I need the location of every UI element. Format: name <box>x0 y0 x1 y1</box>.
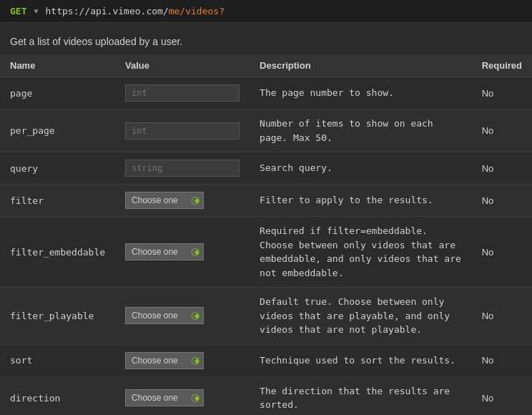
param-name-cell: page <box>0 77 115 109</box>
param-name: filter <box>10 195 44 206</box>
param-description: Number of items to show on each page. Ma… <box>260 118 433 143</box>
param-name-cell: per_page <box>0 109 115 152</box>
param-name-cell: filter_playable <box>0 288 115 345</box>
param-required: No <box>482 88 494 99</box>
param-name: sort <box>10 355 32 366</box>
param-required-cell: No <box>472 185 532 217</box>
param-required: No <box>482 163 494 174</box>
top-bar: GET ▼ https://api.vimeo.com/me/videos? <box>0 0 532 23</box>
param-required: No <box>482 195 494 206</box>
param-name: query <box>10 163 38 174</box>
param-input-query[interactable] <box>125 160 240 177</box>
param-required-cell: No <box>472 217 532 288</box>
param-required-cell: No <box>472 152 532 185</box>
param-description: Filter to apply to the results. <box>260 195 433 205</box>
param-name: page <box>10 88 32 99</box>
param-input-page[interactable] <box>125 84 240 102</box>
param-description: Required if filter=embeddable. Choose be… <box>260 225 461 278</box>
param-value-cell[interactable]: Choose one◆ <box>115 288 250 345</box>
param-name: filter_embeddable <box>10 247 105 258</box>
col-header-description: Description <box>250 54 472 77</box>
param-name: filter_playable <box>10 311 94 321</box>
param-required-cell: No <box>472 376 532 415</box>
param-required: No <box>482 311 494 321</box>
param-required: No <box>482 247 494 258</box>
select-wrapper: Choose one◆ <box>125 192 204 209</box>
param-name-cell: direction <box>0 376 115 415</box>
param-description: The direction that the results are sorte… <box>260 386 450 411</box>
param-required-cell: No <box>472 109 532 152</box>
param-description-cell: Technique used to sort the results. <box>250 344 472 376</box>
param-description: Technique used to sort the results. <box>260 355 455 366</box>
param-value-cell[interactable] <box>115 109 250 152</box>
param-required: No <box>482 393 494 404</box>
param-description-cell: Number of items to show on each page. Ma… <box>250 109 472 152</box>
param-select-filter_embeddable[interactable]: Choose one <box>125 243 204 260</box>
params-table: Name Value Description Required pageThe … <box>0 54 532 415</box>
select-wrapper: Choose one◆ <box>125 352 204 369</box>
param-value-cell[interactable]: Choose one◆ <box>115 376 250 415</box>
param-required: No <box>482 355 494 366</box>
param-required-cell: No <box>472 344 532 376</box>
param-input-per_page[interactable] <box>125 122 240 140</box>
param-description: Search query. <box>260 162 332 173</box>
param-name: direction <box>10 393 60 404</box>
url-highlight: me/videos? <box>169 6 225 16</box>
param-description-cell: Search query. <box>250 152 472 185</box>
col-header-value: Value <box>115 54 250 77</box>
table-row: filterChoose one◆Filter to apply to the … <box>0 185 532 217</box>
param-description-cell: Default true. Choose between only videos… <box>250 288 472 345</box>
select-wrapper: Choose one◆ <box>125 389 204 406</box>
param-value-cell[interactable]: Choose one◆ <box>115 344 250 376</box>
table-row: filter_playableChoose one◆Default true. … <box>0 288 532 345</box>
param-name-cell: query <box>0 152 115 185</box>
table-row: per_pageNumber of items to show on each … <box>0 109 532 152</box>
http-method: GET <box>10 6 26 16</box>
param-name-cell: filter <box>0 185 115 217</box>
param-required-cell: No <box>472 77 532 109</box>
param-name-cell: sort <box>0 344 115 376</box>
url-base: https://api.vimeo.com/ <box>46 6 169 16</box>
param-name: per_page <box>10 125 55 136</box>
param-value-cell[interactable] <box>115 152 250 185</box>
param-required: No <box>482 125 494 136</box>
table-row: querySearch query.No <box>0 152 532 185</box>
table-row: pageThe page number to show.No <box>0 77 532 109</box>
param-description: Default true. Choose between only videos… <box>260 296 450 335</box>
method-dropdown-arrow[interactable]: ▼ <box>34 7 38 15</box>
table-row: filter_embeddableChoose one◆Required if … <box>0 217 532 288</box>
page-description: Get a list of videos uploaded by a user. <box>0 23 532 54</box>
table-row: sortChoose one◆Technique used to sort th… <box>0 344 532 376</box>
param-name-cell: filter_embeddable <box>0 217 115 288</box>
param-value-cell[interactable] <box>115 77 250 109</box>
param-description-cell: The direction that the results are sorte… <box>250 376 472 415</box>
param-value-cell[interactable]: Choose one◆ <box>115 217 250 288</box>
param-select-filter_playable[interactable]: Choose one <box>125 307 204 324</box>
param-select-direction[interactable]: Choose one <box>125 389 204 406</box>
param-description-cell: The page number to show. <box>250 77 472 109</box>
table-header-row: Name Value Description Required <box>0 54 532 77</box>
col-header-required: Required <box>472 54 532 77</box>
param-value-cell[interactable]: Choose one◆ <box>115 185 250 217</box>
api-url: https://api.vimeo.com/me/videos? <box>46 6 225 16</box>
param-select-sort[interactable]: Choose one <box>125 352 204 369</box>
param-description: The page number to show. <box>260 87 394 98</box>
param-description-cell: Required if filter=embeddable. Choose be… <box>250 217 472 288</box>
table-row: directionChoose one◆The direction that t… <box>0 376 532 415</box>
param-required-cell: No <box>472 288 532 345</box>
param-select-filter[interactable]: Choose one <box>125 192 204 209</box>
col-header-name: Name <box>0 54 115 77</box>
select-wrapper: Choose one◆ <box>125 243 204 260</box>
select-wrapper: Choose one◆ <box>125 307 204 324</box>
param-description-cell: Filter to apply to the results. <box>250 185 472 217</box>
